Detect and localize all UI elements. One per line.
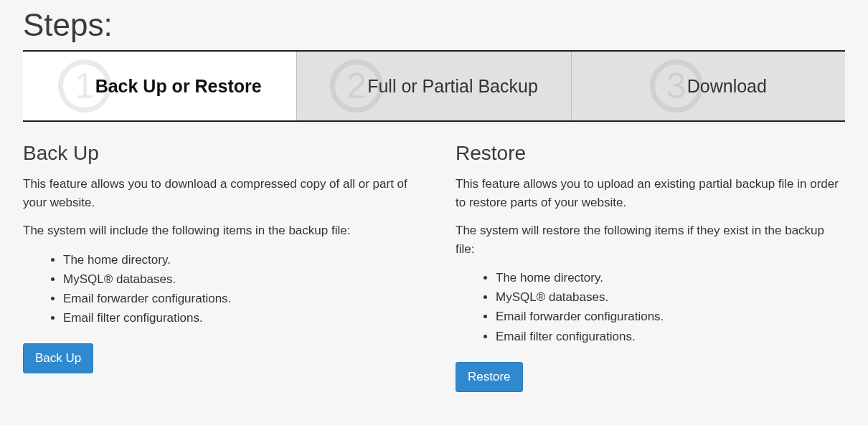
list-item: Email filter configurations. bbox=[496, 327, 845, 346]
step-tab-download[interactable]: 3 Download bbox=[572, 52, 845, 120]
back-up-button[interactable]: Back Up bbox=[23, 343, 93, 373]
list-item: Email forwarder configurations. bbox=[63, 289, 412, 308]
restore-column: Restore This feature allows you to uploa… bbox=[456, 142, 845, 392]
list-item: MySQL® databases. bbox=[496, 287, 845, 307]
restore-list-intro: The system will restore the following it… bbox=[456, 221, 845, 258]
backup-item-list: The home directory. MySQL® databases. Em… bbox=[23, 250, 412, 328]
step-tab-full-or-partial[interactable]: 2 Full or Partial Backup bbox=[297, 52, 571, 120]
step-number-label: 3 bbox=[666, 68, 687, 104]
backup-list-intro: The system will include the following it… bbox=[23, 221, 412, 240]
step-number-label: 2 bbox=[346, 68, 367, 104]
backup-heading: Back Up bbox=[23, 142, 412, 165]
restore-description: This feature allows you to upload an exi… bbox=[456, 175, 845, 211]
list-item: The home directory. bbox=[496, 268, 845, 287]
step-tabs: 1 Back Up or Restore 2 Full or Partial B… bbox=[23, 50, 845, 122]
backup-description: This feature allows you to download a co… bbox=[23, 175, 412, 211]
content-columns: Back Up This feature allows you to downl… bbox=[23, 142, 845, 392]
step-number-label: 1 bbox=[75, 68, 95, 104]
step-label: Download bbox=[687, 76, 767, 97]
restore-button[interactable]: Restore bbox=[456, 362, 523, 392]
page-title: Steps: bbox=[23, 7, 845, 43]
restore-heading: Restore bbox=[456, 142, 845, 165]
list-item: Email forwarder configurations. bbox=[496, 307, 845, 326]
backup-column: Back Up This feature allows you to downl… bbox=[23, 142, 412, 392]
list-item: MySQL® databases. bbox=[63, 269, 412, 289]
backup-wizard-page: Steps: 1 Back Up or Restore 2 Full or Pa… bbox=[0, 0, 868, 406]
list-item: Email filter configurations. bbox=[63, 308, 412, 328]
restore-item-list: The home directory. MySQL® databases. Em… bbox=[456, 268, 845, 346]
step-tab-backup-or-restore[interactable]: 1 Back Up or Restore bbox=[23, 52, 297, 120]
step-label: Back Up or Restore bbox=[95, 76, 262, 97]
step-label: Full or Partial Backup bbox=[367, 76, 538, 97]
list-item: The home directory. bbox=[63, 250, 412, 269]
